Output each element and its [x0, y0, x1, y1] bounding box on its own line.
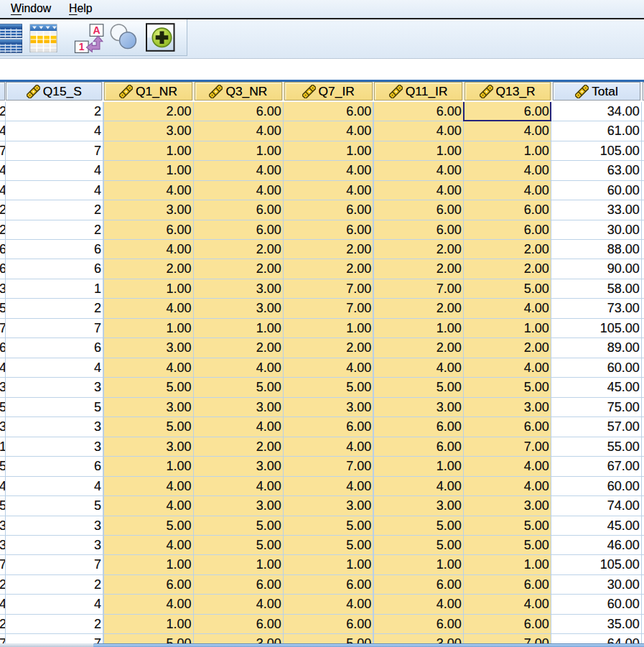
svg-text:A: A — [93, 24, 100, 36]
svg-text:1: 1 — [79, 41, 85, 52]
